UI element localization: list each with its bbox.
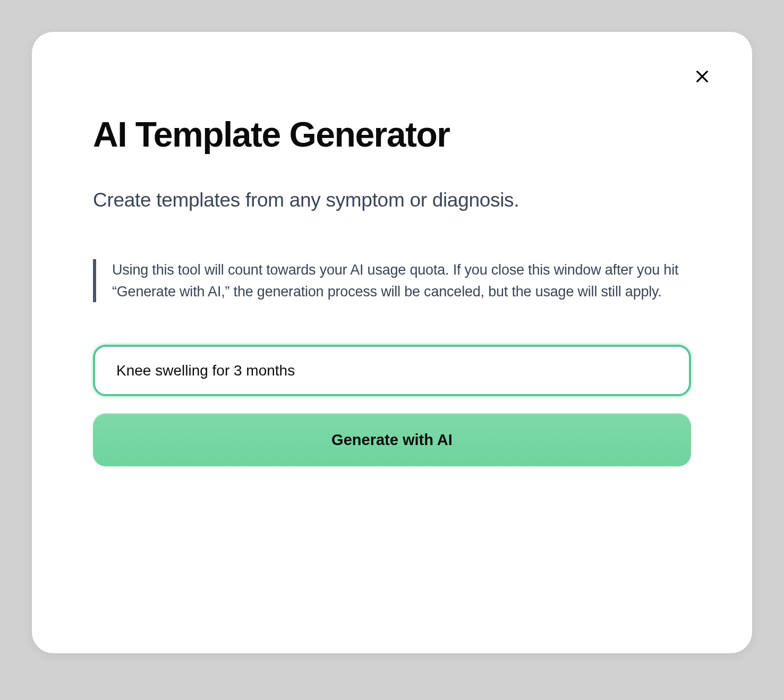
close-icon bbox=[694, 68, 711, 85]
usage-quota-note: Using this tool will count towards your … bbox=[93, 259, 691, 302]
modal-title: AI Template Generator bbox=[93, 117, 691, 152]
modal-subtitle: Create templates from any symptom or dia… bbox=[93, 189, 691, 211]
generate-with-ai-button[interactable]: Generate with AI bbox=[93, 413, 691, 466]
close-button[interactable] bbox=[689, 64, 715, 89]
symptom-input[interactable] bbox=[93, 345, 691, 396]
ai-template-generator-modal: AI Template Generator Create templates f… bbox=[32, 32, 752, 653]
